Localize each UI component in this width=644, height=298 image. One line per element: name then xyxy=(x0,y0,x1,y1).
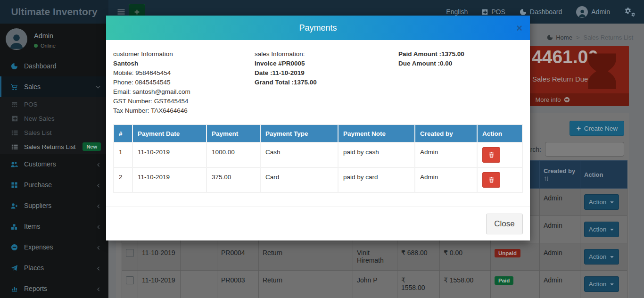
plus-icon xyxy=(134,9,140,15)
trash-icon xyxy=(488,152,495,158)
caret-down-icon xyxy=(610,200,614,205)
payments-table: # Payment Date Payment Payment Type Paym… xyxy=(113,124,523,193)
caret-down-icon xyxy=(610,255,614,259)
chevron-left-icon xyxy=(96,266,101,271)
delete-payment-button[interactable] xyxy=(482,172,500,188)
avatar xyxy=(576,6,588,18)
payments-table-header: # Payment Date Payment Payment Type Paym… xyxy=(114,125,522,142)
payments-modal: Payments × customer Information Santosh … xyxy=(106,16,530,240)
sidebar-item-expenses[interactable]: Expenses xyxy=(0,237,108,257)
table-row: 11-10-2019PR0004 ReturnVinit Hiremath ₹ … xyxy=(122,243,627,271)
settings-button[interactable] xyxy=(624,7,636,17)
row-checkbox[interactable] xyxy=(126,249,134,257)
sidebar-item-sales-returns-list[interactable]: Sales Returns List New xyxy=(0,140,108,154)
avatar xyxy=(6,28,27,50)
online-dot-icon xyxy=(34,44,38,48)
breadcrumb-current: Sales Returns List xyxy=(584,34,634,41)
sidebar-item-customers[interactable]: Customers xyxy=(0,154,108,174)
status-badge: Paid xyxy=(495,276,513,285)
trash-icon xyxy=(488,177,495,183)
cart-icon xyxy=(10,83,18,91)
close-button[interactable]: Close xyxy=(486,214,523,234)
language-menu[interactable]: English xyxy=(446,8,468,16)
dashboard-icon xyxy=(547,34,553,41)
sidebar-item-reports[interactable]: Reports xyxy=(0,278,108,298)
chevron-left-icon xyxy=(96,183,101,188)
payment-row: 2 11-10-2019 375.00 Card paid by card Ad… xyxy=(114,168,522,192)
users-icon xyxy=(10,161,18,168)
sidebar-item-suppliers[interactable]: Suppliers xyxy=(0,195,108,216)
app-brand[interactable]: Ultimate Inventory xyxy=(0,0,108,24)
sidebar-user-name: Admin xyxy=(34,32,56,40)
column-header-created-by[interactable]: Created by xyxy=(540,161,580,189)
table-row: 11-10-2019PR0003 ReturnJohn P ₹ 1558.00₹… xyxy=(122,271,627,298)
bar-chart-icon xyxy=(11,285,18,292)
user-menu[interactable]: Admin xyxy=(576,6,610,18)
customer-information: customer Information Santosh Mobile: 958… xyxy=(113,50,251,116)
modal-footer-divider xyxy=(106,206,530,207)
dashboard-icon xyxy=(11,63,18,70)
sort-icon xyxy=(544,176,549,182)
breadcrumb-home-link[interactable]: Home xyxy=(547,34,572,41)
search-input[interactable] xyxy=(545,142,624,157)
arrow-circle-right-icon xyxy=(564,97,570,103)
sidebar-item-sales[interactable]: Sales xyxy=(0,76,108,97)
modal-title: Payments xyxy=(106,16,530,40)
minus-circle-icon xyxy=(11,244,18,251)
chevron-left-icon xyxy=(96,224,101,230)
cubes-icon xyxy=(10,223,18,231)
caret-down-icon xyxy=(610,227,614,232)
modal-header: Payments × xyxy=(106,16,530,40)
paid-amount: Paid Amount :1375.00 xyxy=(398,50,526,59)
due-amount: Due Amount :0.00 xyxy=(398,59,526,68)
hourglass-icon xyxy=(582,49,622,94)
new-badge: New xyxy=(83,142,101,151)
row-checkbox[interactable] xyxy=(126,276,134,284)
close-icon[interactable]: × xyxy=(516,16,522,40)
person-icon xyxy=(8,32,25,50)
chevron-left-icon xyxy=(96,287,101,292)
row-action-button[interactable]: Action xyxy=(584,222,619,237)
sidebar-item-items[interactable]: Items xyxy=(0,216,108,237)
nav-dashboard-link[interactable]: Dashboard xyxy=(520,8,562,16)
list-icon xyxy=(11,130,18,136)
person-icon xyxy=(578,8,587,18)
nav-pos-link[interactable]: POS xyxy=(482,8,505,16)
grid-icon xyxy=(11,182,18,189)
row-action-button[interactable]: Action xyxy=(584,249,619,265)
caret-down-icon xyxy=(610,282,614,287)
gear-icon-small xyxy=(631,12,636,17)
sidebar-item-sales-list[interactable]: Sales List xyxy=(0,125,108,140)
payment-row: 1 11-10-2019 1000.00 Cash paid by cash A… xyxy=(114,143,522,167)
row-action-button[interactable]: Action xyxy=(584,276,619,292)
sidebar-item-new-sales[interactable]: New Sales xyxy=(0,111,108,125)
sales-submenu: POS New Sales Sales List Sales Returns L… xyxy=(0,97,108,154)
chevron-down-icon xyxy=(95,84,101,90)
column-header-action: Action xyxy=(580,161,627,189)
breadcrumb-separator: > xyxy=(576,34,580,41)
list-icon xyxy=(11,144,18,150)
sidebar-item-places[interactable]: Places xyxy=(0,257,108,278)
user-status: Online xyxy=(34,43,56,49)
sidebar-item-pos[interactable]: POS xyxy=(0,97,108,111)
delete-payment-button[interactable] xyxy=(482,147,500,163)
status-badge: Unpaid xyxy=(495,249,520,257)
plus-square-icon xyxy=(482,9,488,15)
row-action-button[interactable]: Action xyxy=(584,194,619,210)
sidebar-item-dashboard[interactable]: Dashboard xyxy=(0,56,108,76)
user-plus-icon xyxy=(10,202,18,210)
plus-square-icon xyxy=(12,116,18,122)
plus-icon xyxy=(576,126,581,131)
calculator-icon xyxy=(11,101,18,108)
paper-plane-icon xyxy=(11,265,18,272)
create-new-button[interactable]: Create New xyxy=(570,121,624,136)
chevron-left-icon xyxy=(96,245,101,250)
dashboard-icon xyxy=(520,8,527,16)
amount-summary: Paid Amount :1375.00 Due Amount :0.00 xyxy=(398,50,526,68)
chevron-left-icon xyxy=(96,204,101,209)
chevron-left-icon xyxy=(96,162,101,167)
breadcrumb: Home > Sales Returns List xyxy=(547,34,633,41)
sales-return-due-label: Sales Return Due xyxy=(532,75,588,83)
sidebar-item-purchase[interactable]: Purchase xyxy=(0,174,108,195)
sidebar: Admin Online Dashboard Sales POS New Sal… xyxy=(0,24,108,298)
